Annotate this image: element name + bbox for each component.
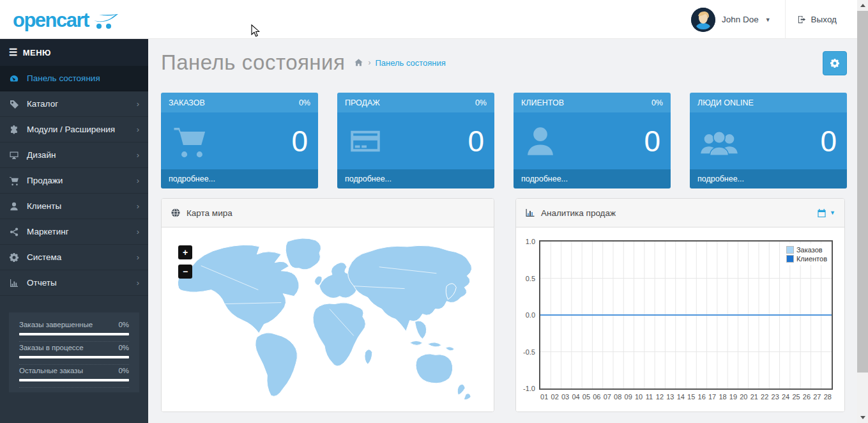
chevron-down-icon: ▼ [765, 17, 771, 23]
x-tick-label: 07 [604, 393, 611, 401]
desktop-icon [9, 150, 19, 160]
chevron-right-icon: › [137, 125, 139, 134]
puzzle-icon [9, 125, 19, 135]
tile-label: ЛЮДИ ONLINE [697, 98, 754, 107]
chevron-right-icon: › [137, 201, 139, 211]
legend-entry: Клиентов [786, 255, 827, 263]
x-tick-label: 22 [761, 393, 768, 401]
sidebar-item-marketing[interactable]: Маркетинг › [0, 219, 148, 245]
tag-icon [9, 99, 19, 109]
tile-more-link[interactable]: подробнее... [337, 169, 494, 188]
map-zoom-out-button[interactable]: − [178, 265, 192, 279]
dashboard-settings-button[interactable] [823, 51, 847, 75]
users-icon [699, 124, 740, 158]
opencart-logo[interactable]: opencart [13, 6, 141, 33]
chevron-right-icon: › [137, 278, 139, 288]
legend-swatch [786, 246, 794, 254]
x-tick-label: 10 [635, 393, 643, 401]
stat-orders-completed: Заказы завершенные 0% [19, 321, 129, 342]
map-zoom-in-button[interactable]: + [178, 245, 192, 259]
page-title: Панель состояния [161, 50, 345, 75]
progress-bar [19, 333, 129, 335]
sidebar-item-system[interactable]: Система › [0, 245, 148, 270]
sidebar-item-label: Система [27, 252, 137, 262]
scroll-down-button[interactable] [857, 412, 868, 423]
main-content: Панель состояния › Панель состояния ЗАКА… [148, 39, 857, 423]
tile-value: 0 [820, 124, 837, 158]
sidebar-item-design[interactable]: Дизайн › [0, 142, 148, 168]
calendar-icon [817, 208, 826, 218]
sidebar-item-catalog[interactable]: Каталог › [0, 91, 148, 117]
tile-people-online: ЛЮДИ ONLINE 0 подробнее... [690, 93, 847, 188]
tile-more-link[interactable]: подробнее... [690, 169, 847, 188]
y-tick-label: 1.0 [526, 238, 535, 245]
cart-icon [170, 123, 209, 159]
chart-legend: ЗаказовКлиентов [784, 243, 830, 265]
sidebar-item-customers[interactable]: Клиенты › [0, 194, 148, 219]
globe-icon [171, 208, 181, 218]
x-tick-label: 03 [561, 393, 569, 401]
x-tick-label: 01 [540, 393, 548, 401]
stat-label: Заказы завершенные [19, 321, 93, 328]
stat-label: Остальные заказы [19, 367, 83, 374]
sidebar-item-dashboard[interactable]: Панель состояния [0, 66, 148, 91]
user-icon [522, 123, 558, 159]
breadcrumb-current[interactable]: Панель состояния [375, 58, 445, 68]
top-bar: opencart John Doe ▼ Выход [0, 0, 857, 39]
panel-title: Карта мира [187, 208, 232, 218]
sidebar-order-stats: Заказы завершенные 0% Заказы в процессе … [9, 312, 139, 392]
sidebar-item-extensions[interactable]: Модули / Расширения › [0, 117, 148, 142]
sidebar-item-label: Дизайн [27, 150, 137, 160]
x-tick-label: 09 [625, 393, 632, 401]
world-map-panel: Карта мира [161, 198, 494, 412]
tile-label: ПРОДАЖ [345, 98, 380, 107]
stat-label: Заказы в процессе [19, 344, 84, 351]
y-tick-label: 0.5 [526, 275, 535, 282]
home-icon[interactable] [354, 58, 363, 67]
x-tick-label: 25 [792, 393, 800, 401]
stat-value: 0% [118, 367, 129, 374]
bar-chart-icon [525, 208, 535, 218]
page-scrollbar[interactable] [857, 0, 868, 423]
legend-label: Заказов [796, 246, 823, 254]
user-menu[interactable]: John Doe ▼ [677, 8, 785, 32]
panel-title: Аналитика продаж [541, 208, 616, 218]
x-tick-label: 05 [582, 393, 590, 401]
x-tick-label: 26 [803, 393, 811, 401]
user-name: John Doe [722, 15, 759, 24]
x-tick-label: 17 [708, 393, 716, 401]
y-tick-label: 0.0 [526, 311, 535, 319]
logo-text: opencart [13, 10, 89, 30]
tile-label: КЛИЕНТОВ [521, 98, 564, 107]
chevron-right-icon: › [137, 150, 139, 160]
logout-button[interactable]: Выход [785, 0, 848, 39]
logout-icon [797, 15, 807, 24]
sidebar-item-label: Отчеты [27, 278, 137, 288]
chevron-right-icon: › [137, 176, 139, 185]
x-tick-label: 27 [813, 393, 821, 401]
tile-more-link[interactable]: подробнее... [514, 169, 671, 188]
tile-more-link[interactable]: подробнее... [161, 169, 318, 188]
chart-plot-area: ЗаказовКлиентов [539, 240, 833, 390]
breadcrumb-separator: › [368, 58, 370, 67]
chevron-right-icon: › [137, 227, 139, 236]
stat-orders-processing: Заказы в процессе 0% [19, 344, 129, 365]
gear-icon [830, 58, 840, 68]
x-tick-label: 04 [572, 393, 579, 401]
y-tick-label: -0.5 [523, 348, 535, 356]
scrollbar-thumb[interactable] [857, 11, 868, 373]
legend-entry: Заказов [786, 246, 827, 254]
menu-header[interactable]: ☰ МЕНЮ [0, 39, 148, 66]
sidebar-item-reports[interactable]: Отчеты › [0, 270, 148, 296]
credit-card-icon [346, 125, 385, 158]
legend-swatch [786, 255, 794, 263]
avatar [691, 8, 715, 32]
sidebar-item-label: Каталог [27, 99, 137, 109]
sidebar-item-sales[interactable]: Продажи › [0, 168, 148, 194]
sidebar-item-label: Панель состояния [27, 73, 139, 83]
chart-range-button[interactable]: ▼ [817, 208, 835, 218]
scroll-up-button[interactable] [857, 0, 868, 11]
share-icon [9, 227, 19, 237]
x-tick-label: 23 [772, 393, 779, 401]
world-map[interactable]: + − [162, 227, 494, 412]
